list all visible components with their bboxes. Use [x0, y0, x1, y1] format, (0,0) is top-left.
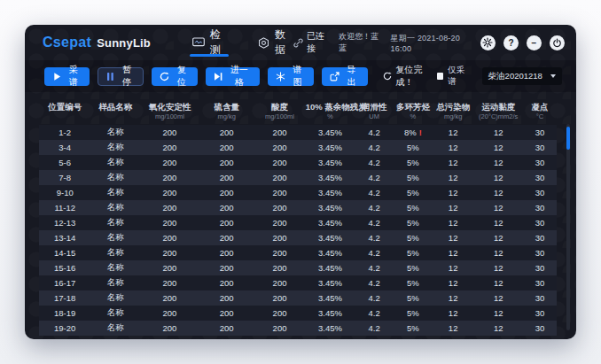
refresh-icon	[383, 72, 392, 81]
table-row[interactable]: 11-12名称2002002003.45%4.25%121230	[39, 200, 557, 215]
value-cell: 3.45%	[306, 215, 355, 230]
table-row[interactable]: 16-17名称2002002003.45%4.25%121230	[39, 275, 557, 290]
toolbar-right: 仅采谱 柴油20201218	[437, 65, 562, 88]
column-header: 10% 蒸余物残炭%	[306, 96, 355, 125]
value-cell: 12	[474, 155, 523, 170]
sample-select[interactable]: 柴油20201218	[482, 67, 562, 85]
position-cell: 5-6	[39, 155, 90, 170]
position-cell: 9-10	[39, 185, 90, 200]
sample-name-cell: 名称	[90, 260, 139, 275]
sample-name-cell: 名称	[90, 170, 139, 185]
checkbox-label: 仅采谱	[448, 65, 471, 88]
value-cell: 200	[254, 170, 305, 185]
value-cell: 30	[523, 185, 557, 200]
value-cell: 3.45%	[306, 321, 355, 336]
capture-button[interactable]: 采谱	[44, 67, 90, 86]
table-row[interactable]: 14-15名称2002002003.45%4.25%121230	[39, 245, 557, 260]
link-icon	[293, 38, 303, 48]
value-cell: 12	[474, 321, 523, 336]
table-row[interactable]: 19-20名称2002002003.45%4.25%121230	[39, 321, 557, 336]
checkbox-icon[interactable]	[437, 73, 443, 80]
value-cell: 5%	[394, 185, 433, 200]
spectrum-button[interactable]: 谱图	[268, 67, 314, 86]
value-cell: 200	[199, 200, 254, 215]
monitor-detect-icon	[192, 37, 205, 48]
gear-icon	[482, 37, 493, 48]
value-cell: 12	[433, 200, 474, 215]
table-row[interactable]: 13-14名称2002002003.45%4.25%121230	[39, 230, 557, 245]
value-cell: 12	[433, 230, 474, 245]
value-cell: 5%	[394, 155, 433, 170]
value-cell: 5%	[394, 140, 433, 155]
value-cell: 200	[254, 260, 305, 275]
tab-data[interactable]: 数据	[255, 25, 293, 60]
value-cell: 12	[474, 245, 523, 260]
value-cell: 30	[523, 245, 557, 260]
minimize-button[interactable]: −	[527, 35, 542, 50]
column-header: 酸度mg/100ml	[254, 96, 305, 125]
value-cell: 12	[433, 275, 474, 290]
table-row[interactable]: 3-4名称2002002003.45%4.25%121230	[39, 140, 557, 155]
power-button[interactable]	[550, 35, 565, 50]
value-cell: 200	[199, 185, 254, 200]
value-cell: 3.45%	[306, 140, 355, 155]
value-cell: 5%	[394, 170, 433, 185]
step-forward-icon	[214, 72, 222, 81]
reset-button[interactable]: 复位	[152, 67, 198, 86]
value-cell: 12	[433, 321, 474, 336]
step-forward-button[interactable]: 进一格	[206, 67, 259, 86]
table-row[interactable]: 1-2名称2002002003.45%4.28%!121230	[39, 125, 557, 140]
value-cell: 3.45%	[306, 125, 355, 140]
value-cell: 12	[474, 185, 523, 200]
value-cell: 12	[433, 125, 474, 140]
settings-button[interactable]	[480, 35, 496, 50]
value-cell: 5%	[394, 321, 433, 336]
value-cell: 3.45%	[306, 275, 355, 290]
value-cell: 12	[474, 170, 523, 185]
table-row[interactable]: 15-16名称2002002003.45%4.25%121230	[39, 260, 557, 275]
export-button[interactable]: 导出	[322, 67, 368, 86]
status-message: 复位完成！	[383, 64, 437, 89]
position-cell: 18-19	[39, 306, 90, 321]
value-cell: 4.2	[355, 230, 394, 245]
value-cell: 3.45%	[306, 170, 355, 185]
value-cell: 200	[199, 170, 254, 185]
scrollbar-thumb[interactable]	[566, 127, 570, 150]
position-cell: 7-8	[39, 170, 90, 185]
value-cell: 12	[433, 170, 474, 185]
sample-name-cell: 名称	[90, 140, 139, 155]
position-cell: 13-14	[39, 230, 90, 245]
value-cell: 4.2	[355, 306, 394, 321]
table-row[interactable]: 5-6名称2002002003.45%4.25%121230	[39, 155, 557, 170]
value-cell: 4.2	[355, 321, 394, 336]
value-cell: 200	[140, 290, 199, 306]
sample-name-cell: 名称	[90, 155, 139, 170]
value-cell: 12	[474, 200, 523, 215]
app-logo: Csepat SunnyLib	[43, 35, 151, 50]
value-cell: 12	[474, 306, 523, 321]
help-button[interactable]: ?	[503, 35, 519, 50]
table-row[interactable]: 17-18名称2002002003.45%4.25%121230	[39, 290, 557, 306]
only-capture-checkbox[interactable]: 仅采谱	[437, 65, 472, 88]
table-row[interactable]: 18-19名称2002002003.45%4.25%121230	[39, 306, 557, 321]
table-row[interactable]: 7-8名称2002002003.45%4.25%121230	[39, 170, 557, 185]
value-cell: 200	[140, 230, 199, 245]
pause-button[interactable]: 暂停	[98, 67, 144, 86]
position-cell: 19-20	[39, 321, 90, 336]
value-cell: 5%	[394, 290, 433, 306]
sample-name-cell: 名称	[90, 321, 139, 336]
tab-detection[interactable]: 检测	[190, 25, 229, 60]
value-cell: 4.2	[355, 155, 394, 170]
value-cell: 200	[140, 275, 199, 290]
value-cell: 5%	[394, 275, 433, 290]
table-row[interactable]: 12-13名称2002002003.45%4.25%121230	[39, 215, 557, 230]
sample-select-value: 柴油20201218	[488, 71, 542, 82]
value-cell: 4.2	[355, 200, 394, 215]
vertical-scrollbar[interactable]	[566, 124, 570, 330]
value-cell: 3.45%	[306, 230, 355, 245]
sample-name-cell: 名称	[90, 275, 139, 290]
sample-name-cell: 名称	[90, 185, 139, 200]
app-window: Csepat SunnyLib 检测	[25, 25, 576, 339]
table-row[interactable]: 9-10名称2002002003.45%4.25%121230	[39, 185, 557, 200]
desktop-background: Csepat SunnyLib 检测	[0, 0, 601, 364]
